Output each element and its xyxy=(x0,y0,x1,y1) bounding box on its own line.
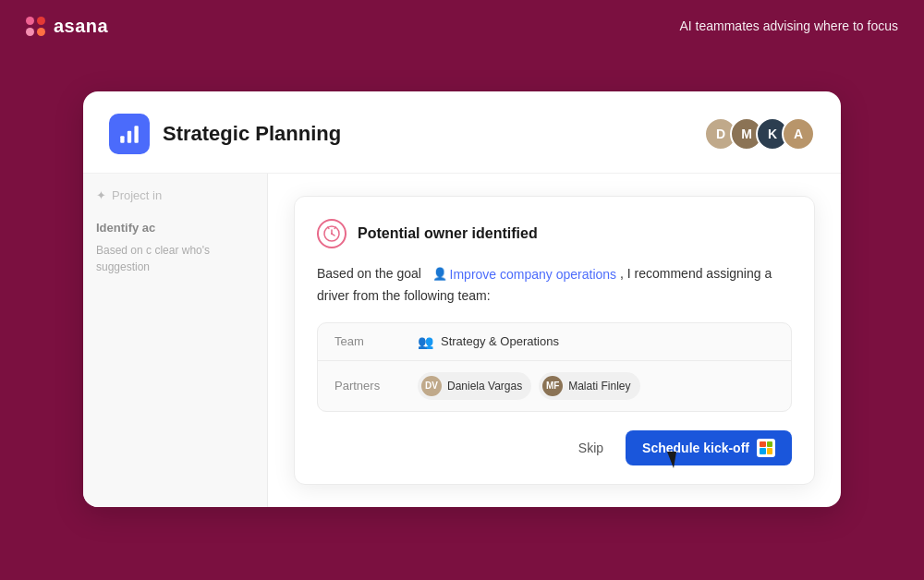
info-table: Team 👥 Strategy & Operations Partners DV… xyxy=(317,322,792,412)
team-label: Team xyxy=(334,334,418,348)
svg-point-4 xyxy=(331,233,333,235)
team-name: Strategy & Operations xyxy=(441,334,559,348)
avatar-group: D M K A xyxy=(704,117,815,151)
partners-label: Partners xyxy=(334,379,418,393)
svg-rect-1 xyxy=(128,131,131,143)
partner-badge-1: DV Daniela Vargas xyxy=(418,372,531,400)
partners-value: DV Daniela Vargas MF Malati Finley xyxy=(418,372,640,400)
schedule-button[interactable]: Schedule kick-off xyxy=(626,430,792,465)
svg-rect-2 xyxy=(134,126,138,142)
team-icon: 👥 xyxy=(418,334,433,349)
logo-dot-3 xyxy=(26,28,34,36)
ms-cell-2 xyxy=(767,441,773,448)
partners-row: Partners DV Daniela Vargas MF Malati Fin… xyxy=(318,361,791,411)
team-value: 👥 Strategy & Operations xyxy=(418,334,559,349)
person-icon: 👤 xyxy=(432,265,447,284)
skip-button[interactable]: Skip xyxy=(567,433,614,463)
partner-badge-2: MF Malati Finley xyxy=(539,372,639,400)
cursor xyxy=(660,452,675,470)
main-card: Strategic Planning D M K A ✦ Project in … xyxy=(83,91,841,507)
microsoft-icon xyxy=(757,439,775,457)
sidebar-section-text: Based on c clear who's suggestion xyxy=(96,242,254,275)
card-header: Strategic Planning D M K A xyxy=(83,91,841,174)
goal-link-text: Improve company operations xyxy=(450,264,617,284)
logo-dot-4 xyxy=(37,28,45,36)
avatar-4: A xyxy=(782,117,815,151)
ai-icon xyxy=(317,219,346,248)
ai-panel-header: Potential owner identified xyxy=(317,219,792,248)
logo-area: asana xyxy=(26,16,108,37)
svg-rect-0 xyxy=(120,136,124,143)
ms-grid xyxy=(760,441,772,454)
sidebar-panel: ✦ Project in Identify ac Based on c clea… xyxy=(83,174,268,507)
logo-dot-2 xyxy=(37,17,45,25)
logo-icon xyxy=(26,17,46,36)
ai-panel: Potential owner identified Based on the … xyxy=(294,196,815,485)
ms-cell-3 xyxy=(760,448,766,454)
top-bar: asana AI teammates advising where to foc… xyxy=(0,0,924,52)
team-row: Team 👥 Strategy & Operations xyxy=(318,323,791,361)
body-pre-text: Based on the goal xyxy=(317,266,421,281)
ms-cell-4 xyxy=(767,448,773,454)
logo-dot-1 xyxy=(26,17,34,25)
sidebar-project-label: Project in xyxy=(112,188,162,202)
schedule-label: Schedule kick-off xyxy=(642,441,749,455)
sidebar-sparkle-row: ✦ Project in xyxy=(96,188,254,202)
logo-text: asana xyxy=(54,16,108,37)
partner-avatar-1: DV xyxy=(421,376,442,396)
card-header-left: Strategic Planning xyxy=(109,114,341,154)
card-title: Strategic Planning xyxy=(163,122,341,146)
ai-panel-body: Based on the goal 👤 Improve company oper… xyxy=(317,263,792,306)
partner-name-1: Daniela Vargas xyxy=(447,380,522,393)
sidebar-section-title: Identify ac xyxy=(96,221,254,235)
partner-name-2: Malati Finley xyxy=(568,380,630,393)
main-content: Potential owner identified Based on the … xyxy=(268,174,841,507)
action-row: Skip Schedule kick-off xyxy=(317,430,792,465)
goal-link[interactable]: 👤 Improve company operations xyxy=(432,264,617,284)
card-icon xyxy=(109,114,150,154)
sparkle-icon: ✦ xyxy=(96,188,106,202)
ms-cell-1 xyxy=(760,441,766,448)
ai-panel-title: Potential owner identified xyxy=(358,225,538,242)
top-tagline: AI teammates advising where to focus xyxy=(679,18,898,33)
partner-avatar-2: MF xyxy=(542,376,563,396)
